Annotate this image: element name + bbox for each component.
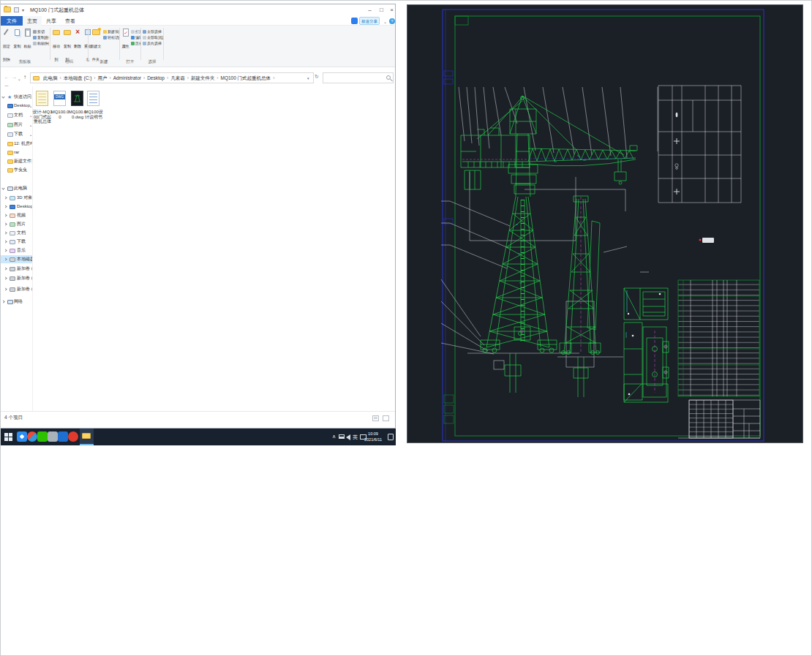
breadcrumb-item[interactable]: 本地磁盘 (C:): [63, 73, 93, 83]
details-view-icon[interactable]: [372, 415, 379, 421]
edit-button[interactable]: 编辑: [131, 35, 140, 41]
back-icon[interactable]: ←: [4, 73, 10, 82]
nav-item-desktop[interactable]: Desktop: [1, 203, 33, 211]
thumbnail-view-icon[interactable]: [383, 415, 389, 421]
taskbar-app-icon[interactable]: [48, 431, 58, 442]
chevron-right-icon[interactable]: [4, 276, 7, 279]
tab-home[interactable]: 主页: [23, 16, 42, 26]
taskbar-explorer-active[interactable]: [80, 429, 94, 445]
chevron-right-icon[interactable]: [4, 205, 7, 208]
paste-button[interactable]: 粘贴: [23, 27, 32, 50]
volume-icon[interactable]: [346, 434, 350, 440]
maximize-button[interactable]: □: [376, 4, 387, 15]
tab-view[interactable]: 查看: [61, 16, 80, 26]
file-list[interactable]: 设计-MQ100门式起重机总体 DWG MQ100.00 MQ100.00.dw…: [34, 86, 395, 411]
open-button[interactable]: 打开: [131, 29, 140, 35]
breadcrumb-item[interactable]: Administrator: [113, 73, 142, 83]
nav-item-pictures[interactable]: 图片•: [1, 121, 33, 129]
baidu-share-button[interactable]: 极速分享: [359, 17, 380, 25]
taskbar-app-icon[interactable]: [37, 431, 48, 442]
chevron-right-icon[interactable]: [4, 222, 7, 225]
recent-locations-icon[interactable]: ▾: [18, 75, 20, 84]
properties-button[interactable]: ✓ 属性: [121, 27, 130, 50]
nav-item-music[interactable]: 音乐: [1, 246, 33, 255]
taskbar-app-icon[interactable]: [27, 431, 37, 442]
help-icon[interactable]: ?: [389, 18, 395, 24]
nav-item-volume-d[interactable]: 新加卷 (D:): [1, 265, 33, 273]
chevron-right-icon[interactable]: [4, 257, 7, 260]
select-none-button[interactable]: 全部取消选择: [143, 35, 163, 41]
delete-button[interactable]: × 删除: [73, 27, 82, 50]
nav-this-pc[interactable]: 此电脑: [1, 184, 33, 192]
paste-shortcut-button[interactable]: 粘贴快捷方式: [33, 41, 49, 47]
nav-item-local-disk-c[interactable]: 本地磁盘 (C:): [1, 255, 33, 263]
chevron-right-icon[interactable]: [4, 196, 7, 199]
forward-icon[interactable]: →: [11, 73, 17, 82]
refresh-icon[interactable]: ↻: [315, 74, 319, 80]
breadcrumb-item[interactable]: MQ100 门式起重机总体: [220, 73, 272, 83]
nav-item-documents[interactable]: 文档•: [1, 111, 33, 119]
nav-item-pictures[interactable]: 图片: [1, 220, 33, 228]
chevron-down-icon[interactable]: [1, 95, 4, 98]
taskbar-app-icon[interactable]: [58, 431, 68, 442]
chevron-right-icon[interactable]: [4, 249, 7, 252]
cut-button[interactable]: 剪切: [33, 29, 49, 35]
tab-file[interactable]: 文件: [1, 16, 23, 26]
nav-item-volume-f[interactable]: 新加卷 (F:): [1, 285, 33, 293]
ime-indicator[interactable]: 英: [353, 434, 358, 441]
cad-window[interactable]: [407, 4, 803, 443]
minimize-button[interactable]: –: [364, 4, 375, 15]
chevron-right-icon[interactable]: [1, 300, 4, 303]
start-button[interactable]: [4, 433, 12, 441]
breadcrumb-item[interactable]: Desktop: [146, 73, 165, 83]
history-button[interactable]: 历史记录: [131, 41, 140, 47]
nav-item-folder[interactable]: 学兔兔: [1, 166, 33, 174]
chevron-right-icon[interactable]: [4, 231, 7, 234]
chevron-right-icon[interactable]: [4, 214, 7, 216]
clock[interactable]: 10:09 2021/6/11: [361, 431, 386, 442]
chevron-right-icon[interactable]: [4, 267, 7, 270]
nav-item-folder[interactable]: 新建文件夹: [1, 157, 33, 165]
up-icon[interactable]: ↑: [23, 73, 26, 82]
chevron-right-icon[interactable]: [4, 240, 7, 243]
address-dropdown-icon[interactable]: ▾: [307, 76, 309, 80]
breadcrumb[interactable]: 此电脑›本地磁盘 (C:)›用户›Administrator›Desktop›凡…: [30, 72, 314, 83]
cad-canvas[interactable]: [407, 5, 804, 444]
nav-item-folder[interactable]: 12: 机房PLC (2M: [1, 140, 33, 148]
move-to-button[interactable]: 移动到: [51, 27, 61, 64]
breadcrumb-item[interactable]: 凡素霸: [170, 73, 186, 83]
nav-item-downloads[interactable]: 下载•: [1, 130, 33, 138]
notification-center-icon[interactable]: [388, 434, 394, 440]
nav-item-folder[interactable]: rar: [1, 148, 33, 157]
new-item-button[interactable]: 新建项目: [103, 29, 119, 35]
quick-access-dropdown-icon[interactable]: ▾: [22, 7, 24, 12]
select-all-button[interactable]: 全部选择: [143, 29, 163, 35]
taskbar-app-icon[interactable]: [17, 431, 27, 442]
nav-item-documents[interactable]: 文档: [1, 229, 33, 237]
nav-item-volume-e[interactable]: 新加卷 (E:): [1, 274, 33, 282]
chevron-down-icon[interactable]: [1, 186, 4, 189]
copy-to-button[interactable]: 复制到: [62, 27, 72, 64]
nav-item-downloads[interactable]: 下载: [1, 238, 33, 246]
invert-selection-button[interactable]: 反向选择: [143, 41, 163, 47]
tray-chevron-up-icon[interactable]: ∧: [332, 434, 336, 440]
close-button[interactable]: ×: [386, 4, 397, 15]
collapse-ribbon-icon[interactable]: ⌄: [383, 19, 387, 24]
search-input[interactable]: [323, 72, 394, 83]
title-bar[interactable]: ▾ MQ100 门式起重机总体 – □ ×: [1, 4, 395, 16]
chevron-right-icon[interactable]: [4, 287, 7, 290]
network-icon[interactable]: [339, 434, 345, 439]
breadcrumb-item[interactable]: 此电脑: [42, 73, 59, 83]
new-folder-button[interactable]: 新建文件夹: [89, 27, 102, 64]
tab-share[interactable]: 共享: [42, 16, 61, 26]
nav-quick-access[interactable]: ★快速访问: [1, 93, 33, 101]
easy-access-button[interactable]: 轻松访问: [103, 35, 119, 41]
nav-item-videos[interactable]: 视频: [1, 211, 33, 219]
nav-item-desktop[interactable]: Desktop•: [1, 102, 33, 110]
copy-path-button[interactable]: 复制路径: [33, 35, 49, 41]
nav-item-3d-objects[interactable]: 3D 对象: [1, 194, 33, 202]
quick-access-toolbar-icon[interactable]: [14, 7, 19, 12]
baidu-netdisk-icon[interactable]: [351, 18, 358, 24]
taskbar-app-icon[interactable]: [68, 431, 78, 442]
breadcrumb-item[interactable]: 新建文件夹: [190, 73, 216, 83]
